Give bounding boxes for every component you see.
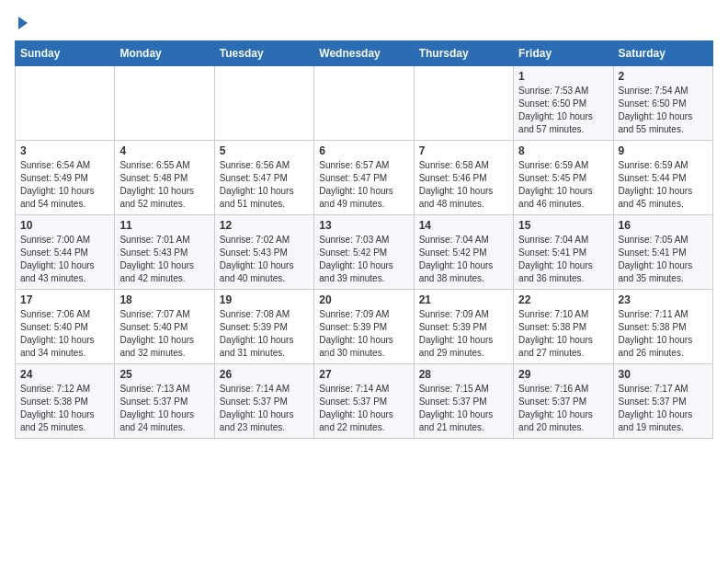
- day-info: Sunrise: 6:58 AM Sunset: 5:46 PM Dayligh…: [419, 159, 508, 211]
- day-number: 8: [518, 144, 608, 157]
- calendar-week-row: 17Sunrise: 7:06 AM Sunset: 5:40 PM Dayli…: [16, 290, 713, 364]
- calendar-cell: 8Sunrise: 6:59 AM Sunset: 5:45 PM Daylig…: [514, 141, 613, 215]
- column-header-sunday: Sunday: [16, 41, 115, 66]
- day-info: Sunrise: 7:08 AM Sunset: 5:39 PM Dayligh…: [220, 308, 309, 360]
- calendar-cell: 10Sunrise: 7:00 AM Sunset: 5:44 PM Dayli…: [16, 215, 115, 290]
- day-number: 3: [20, 144, 109, 157]
- day-info: Sunrise: 7:01 AM Sunset: 5:43 PM Dayligh…: [119, 234, 209, 285]
- day-info: Sunrise: 7:09 AM Sunset: 5:39 PM Dayligh…: [319, 308, 408, 360]
- calendar-cell: 6Sunrise: 6:57 AM Sunset: 5:47 PM Daylig…: [314, 141, 414, 215]
- column-header-wednesday: Wednesday: [314, 41, 414, 66]
- day-info: Sunrise: 7:00 AM Sunset: 5:44 PM Dayligh…: [20, 234, 109, 285]
- calendar-cell: 25Sunrise: 7:13 AM Sunset: 5:37 PM Dayli…: [115, 364, 214, 439]
- calendar-cell: 27Sunrise: 7:14 AM Sunset: 5:37 PM Dayli…: [314, 364, 414, 439]
- calendar-cell: 15Sunrise: 7:04 AM Sunset: 5:41 PM Dayli…: [514, 215, 613, 290]
- calendar-cell: 26Sunrise: 7:14 AM Sunset: 5:37 PM Dayli…: [214, 364, 313, 439]
- day-info: Sunrise: 7:15 AM Sunset: 5:37 PM Dayligh…: [419, 383, 508, 434]
- day-number: 14: [419, 219, 508, 232]
- day-info: Sunrise: 7:16 AM Sunset: 5:37 PM Dayligh…: [518, 383, 608, 434]
- day-info: Sunrise: 7:14 AM Sunset: 5:37 PM Dayligh…: [220, 383, 309, 434]
- calendar-week-row: 10Sunrise: 7:00 AM Sunset: 5:44 PM Dayli…: [16, 215, 713, 290]
- day-info: Sunrise: 7:04 AM Sunset: 5:42 PM Dayligh…: [419, 234, 508, 285]
- day-info: Sunrise: 7:05 AM Sunset: 5:41 PM Dayligh…: [619, 234, 708, 285]
- column-header-tuesday: Tuesday: [214, 41, 313, 66]
- day-number: 7: [419, 144, 508, 157]
- calendar-cell: 29Sunrise: 7:16 AM Sunset: 5:37 PM Dayli…: [514, 364, 613, 439]
- day-info: Sunrise: 7:04 AM Sunset: 5:41 PM Dayligh…: [518, 234, 608, 285]
- page-header: [15, 15, 713, 29]
- day-info: Sunrise: 7:53 AM Sunset: 6:50 PM Dayligh…: [518, 85, 608, 136]
- day-number: 17: [20, 293, 109, 306]
- calendar-cell: [16, 66, 115, 141]
- day-number: 10: [20, 219, 109, 232]
- calendar-week-row: 24Sunrise: 7:12 AM Sunset: 5:38 PM Dayli…: [16, 364, 713, 439]
- day-number: 1: [518, 70, 608, 83]
- day-info: Sunrise: 7:54 AM Sunset: 6:50 PM Dayligh…: [619, 85, 708, 136]
- day-info: Sunrise: 6:59 AM Sunset: 5:45 PM Dayligh…: [518, 159, 608, 211]
- calendar-cell: [214, 66, 313, 141]
- calendar-cell: 14Sunrise: 7:04 AM Sunset: 5:42 PM Dayli…: [414, 215, 513, 290]
- logo-arrow-icon: [18, 17, 28, 29]
- day-info: Sunrise: 7:17 AM Sunset: 5:37 PM Dayligh…: [619, 383, 708, 434]
- day-number: 28: [419, 368, 508, 381]
- day-info: Sunrise: 7:09 AM Sunset: 5:39 PM Dayligh…: [419, 308, 508, 360]
- day-number: 30: [619, 368, 708, 381]
- day-info: Sunrise: 7:14 AM Sunset: 5:37 PM Dayligh…: [319, 383, 408, 434]
- calendar-cell: 7Sunrise: 6:58 AM Sunset: 5:46 PM Daylig…: [414, 141, 513, 215]
- day-number: 20: [319, 293, 408, 306]
- day-number: 21: [419, 293, 508, 306]
- day-info: Sunrise: 7:12 AM Sunset: 5:38 PM Dayligh…: [20, 383, 109, 434]
- calendar-cell: 5Sunrise: 6:56 AM Sunset: 5:47 PM Daylig…: [214, 141, 313, 215]
- day-info: Sunrise: 7:11 AM Sunset: 5:38 PM Dayligh…: [619, 308, 708, 360]
- logo: [15, 15, 28, 29]
- calendar-cell: 4Sunrise: 6:55 AM Sunset: 5:48 PM Daylig…: [115, 141, 214, 215]
- day-number: 16: [619, 219, 708, 232]
- day-number: 5: [220, 144, 309, 157]
- calendar-cell: 18Sunrise: 7:07 AM Sunset: 5:40 PM Dayli…: [115, 290, 214, 364]
- day-info: Sunrise: 6:55 AM Sunset: 5:48 PM Dayligh…: [119, 159, 209, 211]
- day-number: 23: [619, 293, 708, 306]
- day-number: 26: [220, 368, 309, 381]
- day-number: 22: [518, 293, 608, 306]
- calendar-cell: 1Sunrise: 7:53 AM Sunset: 6:50 PM Daylig…: [514, 66, 613, 141]
- calendar-cell: 22Sunrise: 7:10 AM Sunset: 5:38 PM Dayli…: [514, 290, 613, 364]
- day-info: Sunrise: 6:59 AM Sunset: 5:44 PM Dayligh…: [619, 159, 708, 211]
- calendar-cell: 9Sunrise: 6:59 AM Sunset: 5:44 PM Daylig…: [613, 141, 712, 215]
- calendar-cell: 19Sunrise: 7:08 AM Sunset: 5:39 PM Dayli…: [214, 290, 313, 364]
- calendar-cell: 17Sunrise: 7:06 AM Sunset: 5:40 PM Dayli…: [16, 290, 115, 364]
- calendar-cell: 13Sunrise: 7:03 AM Sunset: 5:42 PM Dayli…: [314, 215, 414, 290]
- column-header-monday: Monday: [115, 41, 214, 66]
- calendar-header-row: SundayMondayTuesdayWednesdayThursdayFrid…: [16, 41, 713, 66]
- calendar-cell: [314, 66, 414, 141]
- day-number: 11: [119, 219, 209, 232]
- day-info: Sunrise: 7:02 AM Sunset: 5:43 PM Dayligh…: [220, 234, 309, 285]
- day-number: 4: [119, 144, 209, 157]
- calendar-cell: [414, 66, 513, 141]
- calendar-cell: 12Sunrise: 7:02 AM Sunset: 5:43 PM Dayli…: [214, 215, 313, 290]
- calendar-table: SundayMondayTuesdayWednesdayThursdayFrid…: [15, 40, 713, 439]
- calendar-cell: 30Sunrise: 7:17 AM Sunset: 5:37 PM Dayli…: [613, 364, 712, 439]
- calendar-cell: 20Sunrise: 7:09 AM Sunset: 5:39 PM Dayli…: [314, 290, 414, 364]
- day-info: Sunrise: 7:10 AM Sunset: 5:38 PM Dayligh…: [518, 308, 608, 360]
- calendar-week-row: 3Sunrise: 6:54 AM Sunset: 5:49 PM Daylig…: [16, 141, 713, 215]
- day-number: 18: [119, 293, 209, 306]
- day-number: 29: [518, 368, 608, 381]
- column-header-friday: Friday: [514, 41, 613, 66]
- day-info: Sunrise: 7:06 AM Sunset: 5:40 PM Dayligh…: [20, 308, 109, 360]
- day-info: Sunrise: 7:07 AM Sunset: 5:40 PM Dayligh…: [119, 308, 209, 360]
- day-number: 19: [220, 293, 309, 306]
- calendar-cell: 2Sunrise: 7:54 AM Sunset: 6:50 PM Daylig…: [613, 66, 712, 141]
- day-number: 15: [518, 219, 608, 232]
- column-header-saturday: Saturday: [613, 41, 712, 66]
- day-info: Sunrise: 7:03 AM Sunset: 5:42 PM Dayligh…: [319, 234, 408, 285]
- day-info: Sunrise: 6:56 AM Sunset: 5:47 PM Dayligh…: [220, 159, 309, 211]
- day-info: Sunrise: 6:57 AM Sunset: 5:47 PM Dayligh…: [319, 159, 408, 211]
- calendar-cell: 11Sunrise: 7:01 AM Sunset: 5:43 PM Dayli…: [115, 215, 214, 290]
- day-number: 2: [619, 70, 708, 83]
- calendar-cell: 3Sunrise: 6:54 AM Sunset: 5:49 PM Daylig…: [16, 141, 115, 215]
- calendar-cell: 16Sunrise: 7:05 AM Sunset: 5:41 PM Dayli…: [613, 215, 712, 290]
- day-number: 13: [319, 219, 408, 232]
- day-number: 9: [619, 144, 708, 157]
- column-header-thursday: Thursday: [414, 41, 513, 66]
- calendar-cell: 28Sunrise: 7:15 AM Sunset: 5:37 PM Dayli…: [414, 364, 513, 439]
